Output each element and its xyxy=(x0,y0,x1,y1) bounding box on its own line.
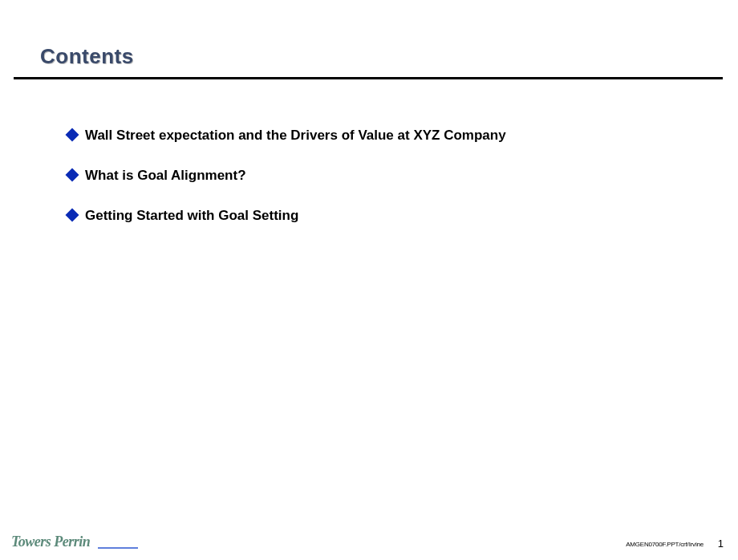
title-area: Contents xyxy=(40,44,722,79)
list-item: What is Goal Alignment? xyxy=(67,167,677,185)
list-item: Wall Street expectation and the Drivers … xyxy=(67,127,677,144)
page-number: 1 xyxy=(718,538,724,550)
list-item: Getting Started with Goal Setting xyxy=(67,207,677,225)
brand-underline xyxy=(98,547,138,549)
document-id: AMGEN0700F.PPT/crf/Irvine xyxy=(626,541,704,548)
list-item-text: Getting Started with Goal Setting xyxy=(85,207,298,225)
content-list: Wall Street expectation and the Drivers … xyxy=(67,127,677,247)
title-underline xyxy=(14,77,723,79)
bullet-icon xyxy=(66,128,79,142)
brand-logo: Towers Perrin xyxy=(11,534,90,550)
slide-title: Contents xyxy=(40,44,722,69)
slide: Contents Wall Street expectation and the… xyxy=(0,0,738,560)
list-item-text: Wall Street expectation and the Drivers … xyxy=(85,127,506,144)
footer: Towers Perrin AMGEN0700F.PPT/crf/Irvine … xyxy=(0,531,738,555)
bullet-icon xyxy=(66,168,79,182)
bullet-icon xyxy=(66,209,79,222)
list-item-text: What is Goal Alignment? xyxy=(85,167,246,185)
